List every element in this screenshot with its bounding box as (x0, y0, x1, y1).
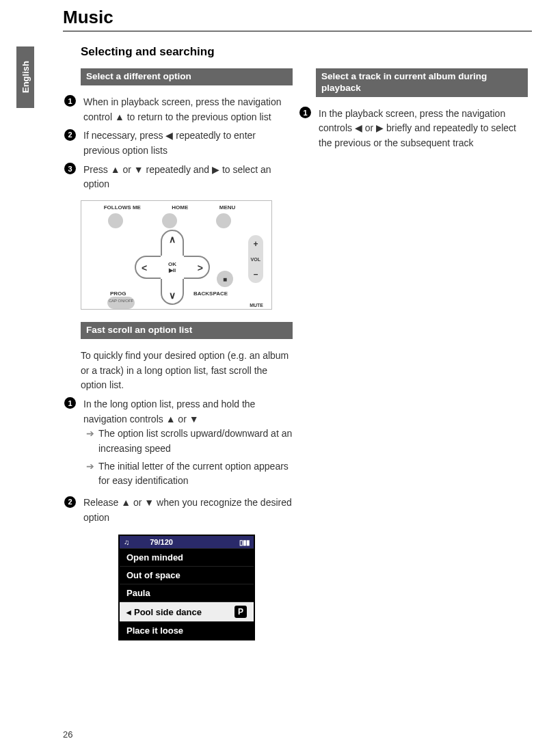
section-title: Selecting and searching (81, 45, 293, 59)
music-note-icon: ♫ (124, 538, 129, 546)
remote-label-mute: MUTE (250, 303, 263, 308)
screen-row: Open minded (120, 548, 254, 566)
page-number: 26 (63, 729, 72, 740)
remote-label-backspace: BACKSPACE (193, 291, 228, 297)
remote-illustration: FOLLOWS ME HOME MENU OK ▶II ∧ (81, 200, 272, 310)
screen-row-selected: ◂Pool side dance P (120, 602, 254, 621)
remote-btn-stop: ■ (217, 271, 233, 287)
right-step-1-text: In the playback screen, press the naviga… (319, 107, 528, 151)
signal-icon: ▯▮▮ (239, 539, 250, 546)
remote-label-menu: MENU (219, 204, 236, 211)
sub-2-1b: The initial letter of the current option… (98, 459, 293, 489)
heading-fast-scroll: Fast scroll an option list (81, 322, 293, 339)
step-number-2: 2 (64, 129, 79, 141)
step-number-1b: 1 (64, 397, 79, 409)
remote-label-home: HOME (172, 204, 188, 211)
remote-up-icon: ∧ (169, 234, 176, 245)
step-number-1c: 1 (299, 107, 314, 119)
remote-playpause-icon: ▶II (169, 267, 176, 273)
heading-select-different: Select a different option (81, 68, 293, 85)
left-column: Selecting and searching Select a differe… (81, 45, 293, 640)
screen-row: Paula (120, 584, 254, 602)
fast-scroll-intro: To quickly find your desired option (e.g… (81, 349, 293, 393)
remote-left-icon: < (142, 262, 147, 273)
device-screen-illustration: ♫ 79/120 ▯▮▮ Open minded Out of space Pa… (118, 535, 255, 640)
step-2-text: If necessary, press ◀ repeatedly to ente… (83, 129, 293, 158)
step-1-text: When in playback screen, press the navig… (83, 95, 293, 124)
remote-label-prog: PROG (110, 291, 126, 297)
right-column: Select a track in current album during p… (316, 45, 528, 640)
sub-2-1a: The option list scrolls upward/downward … (98, 427, 293, 456)
step-number-3: 3 (64, 163, 79, 175)
remote-label-vol: VOL (251, 257, 260, 262)
remote-btn-followsme (108, 213, 123, 228)
vol-plus-icon: + (253, 239, 258, 249)
remote-down-icon: ∨ (169, 290, 176, 301)
remote-btn-cap: CAP ON/OFF (107, 297, 135, 309)
step-3-text: Press ▲ or ▼ repeatedly and ▶ to select … (83, 163, 293, 192)
step-number-2b: 2 (64, 496, 79, 508)
divider (63, 31, 532, 31)
heading-select-track: Select a track in current album during p… (316, 68, 528, 97)
remote-right-icon: > (198, 262, 203, 273)
caret-left-icon: ◂ (126, 607, 131, 617)
screen-counter: 79/120 (150, 538, 173, 546)
letter-badge: P (235, 606, 247, 618)
step-2-2-text: Release ▲ or ▼ when you recognize the de… (83, 496, 293, 525)
screen-row: Place it loose (120, 621, 254, 639)
result-arrow-icon: ➔ (86, 459, 98, 489)
screen-row: Out of space (120, 566, 254, 584)
step-2-1-text: In the long option list, press and hold … (83, 397, 293, 491)
chapter-title: Music (63, 7, 549, 28)
language-tab: English (16, 46, 34, 108)
remote-btn-home (162, 213, 177, 228)
remote-ok-label: OK (168, 261, 176, 267)
remote-label-followsme: FOLLOWS ME (104, 204, 141, 211)
remote-btn-menu (216, 213, 231, 228)
vol-minus-icon: – (254, 269, 258, 279)
result-arrow-icon: ➔ (86, 427, 98, 456)
step-number-1: 1 (64, 95, 79, 107)
